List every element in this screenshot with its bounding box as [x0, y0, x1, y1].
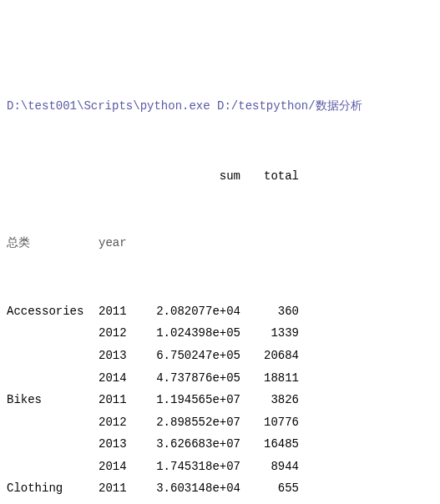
cell-category: Accessories	[7, 300, 99, 323]
cell-year: 2012	[99, 411, 140, 434]
cell-category	[7, 500, 99, 504]
cell-sum: 2.082077e+04	[140, 300, 249, 323]
cell-total: 1339	[249, 322, 299, 345]
cell-category: Clothing	[7, 477, 99, 500]
cell-category	[7, 411, 99, 434]
table-row: Clothing20113.603148e+04655	[7, 477, 433, 500]
table-row: 20133.626683e+0716485	[7, 433, 433, 456]
index-year-label: year	[99, 232, 140, 255]
cell-category	[7, 367, 99, 390]
cell-total: 10776	[249, 411, 299, 434]
cell-category	[7, 456, 99, 478]
header-total: total	[249, 165, 299, 188]
column-header-row: sum total	[7, 165, 433, 188]
index-category-label: 总类	[7, 232, 99, 255]
index-names-row: 总类 year	[7, 232, 433, 255]
header-blank-year	[99, 165, 140, 188]
cell-category	[7, 345, 99, 367]
cell-year: 2011	[99, 389, 140, 411]
cell-sum: 2.898552e+07	[140, 411, 249, 434]
table-row: Accessories20112.082077e+04360	[7, 300, 433, 323]
cell-year: 2012	[99, 322, 140, 345]
cell-total: 360	[249, 300, 299, 323]
cell-total: 8944	[249, 456, 299, 478]
cell-sum: 5.555877e+05	[140, 500, 249, 504]
header-blank-cat	[7, 165, 99, 188]
cell-year: 2012	[99, 500, 140, 504]
header-sum: sum	[140, 165, 249, 188]
cell-category: Bikes	[7, 389, 99, 411]
command-line: D:\test001\Scripts\python.exe D:/testpyt…	[7, 95, 433, 118]
index-blank-sum	[140, 232, 249, 255]
cell-sum: 3.603148e+04	[140, 477, 249, 500]
cell-total: 16485	[249, 433, 299, 456]
cell-year: 2014	[99, 456, 140, 478]
cell-sum: 3.626683e+07	[140, 433, 249, 456]
cell-sum: 1.745318e+07	[140, 456, 249, 478]
cell-year: 2013	[99, 433, 140, 456]
table-row: 20125.555877e+054045	[7, 500, 433, 504]
cell-category	[7, 322, 99, 345]
data-rows-container: Accessories20112.082077e+0436020121.0243…	[7, 300, 433, 504]
table-row: 20136.750247e+0520684	[7, 345, 433, 367]
table-row: Bikes20111.194565e+073826	[7, 389, 433, 411]
cell-total: 655	[249, 477, 299, 500]
index-blank-total	[249, 232, 299, 255]
cell-year: 2011	[99, 300, 140, 323]
cell-sum: 1.194565e+07	[140, 389, 249, 411]
table-row: 20141.745318e+078944	[7, 456, 433, 478]
cell-total: 18811	[249, 367, 299, 390]
table-row: 20144.737876e+0518811	[7, 367, 433, 390]
cell-year: 2011	[99, 477, 140, 500]
cell-sum: 4.737876e+05	[140, 367, 249, 390]
cell-year: 2014	[99, 367, 140, 390]
cell-total: 3826	[249, 389, 299, 411]
cell-sum: 6.750247e+05	[140, 345, 249, 367]
cell-total: 20684	[249, 345, 299, 367]
cell-year: 2013	[99, 345, 140, 367]
cell-sum: 1.024398e+05	[140, 322, 249, 345]
table-row: 20121.024398e+051339	[7, 322, 433, 345]
table-row: 20122.898552e+0710776	[7, 411, 433, 434]
cell-category	[7, 433, 99, 456]
cell-total: 4045	[249, 500, 299, 504]
